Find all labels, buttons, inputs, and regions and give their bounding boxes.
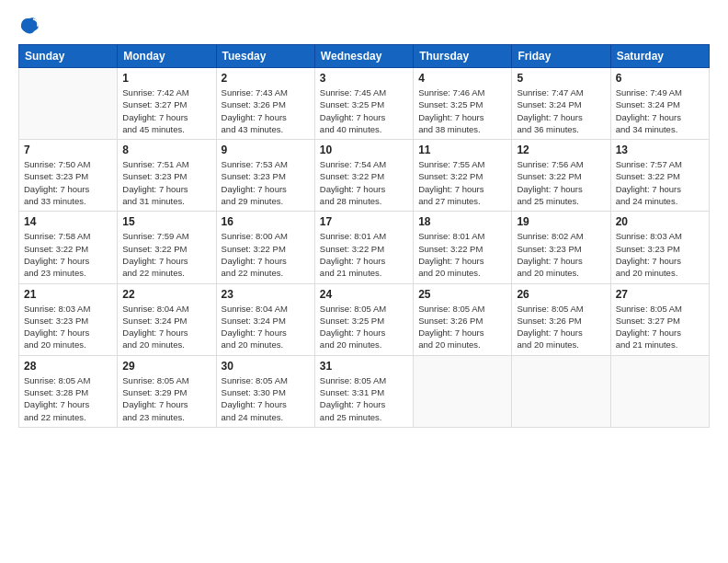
day-info: Sunrise: 8:03 AM Sunset: 3:23 PM Dayligh… — [616, 230, 704, 279]
header-monday: Monday — [118, 45, 216, 68]
day-number: 11 — [418, 144, 506, 156]
day-info: Sunrise: 8:01 AM Sunset: 3:22 PM Dayligh… — [418, 230, 506, 279]
week-row-4: 28Sunrise: 8:05 AM Sunset: 3:28 PM Dayli… — [19, 355, 710, 427]
day-info: Sunrise: 8:03 AM Sunset: 3:23 PM Dayligh… — [24, 303, 112, 351]
day-number: 3 — [320, 72, 408, 85]
week-row-2: 14Sunrise: 7:58 AM Sunset: 3:22 PM Dayli… — [19, 212, 710, 283]
header-tuesday: Tuesday — [216, 45, 314, 68]
day-number: 26 — [517, 288, 605, 301]
day-info: Sunrise: 8:02 AM Sunset: 3:23 PM Dayligh… — [517, 230, 605, 279]
calendar-cell: 13Sunrise: 7:57 AM Sunset: 3:22 PM Dayli… — [610, 140, 709, 212]
calendar-cell: 26Sunrise: 8:05 AM Sunset: 3:26 PM Dayli… — [512, 283, 610, 355]
calendar-cell: 7Sunrise: 7:50 AM Sunset: 3:23 PM Daylig… — [19, 140, 118, 212]
day-info: Sunrise: 7:47 AM Sunset: 3:24 PM Dayligh… — [517, 86, 605, 135]
day-info: Sunrise: 8:05 AM Sunset: 3:29 PM Dayligh… — [122, 374, 210, 423]
day-info: Sunrise: 7:50 AM Sunset: 3:23 PM Dayligh… — [24, 158, 112, 207]
day-number: 8 — [122, 144, 210, 156]
header-thursday: Thursday — [414, 45, 512, 68]
day-number: 5 — [517, 72, 605, 85]
calendar-cell: 1Sunrise: 7:42 AM Sunset: 3:27 PM Daylig… — [118, 68, 216, 140]
calendar-cell: 15Sunrise: 7:59 AM Sunset: 3:22 PM Dayli… — [118, 212, 216, 283]
calendar-body: 1Sunrise: 7:42 AM Sunset: 3:27 PM Daylig… — [19, 68, 710, 428]
day-number: 21 — [24, 288, 112, 301]
day-info: Sunrise: 7:43 AM Sunset: 3:26 PM Dayligh… — [222, 86, 310, 135]
day-number: 12 — [517, 144, 605, 156]
logo-icon — [18, 15, 40, 37]
header — [18, 15, 710, 37]
calendar-cell: 8Sunrise: 7:51 AM Sunset: 3:23 PM Daylig… — [118, 140, 216, 212]
page: SundayMondayTuesdayWednesdayThursdayFrid… — [0, 0, 728, 563]
day-number: 15 — [122, 215, 210, 228]
calendar-cell: 6Sunrise: 7:49 AM Sunset: 3:24 PM Daylig… — [610, 68, 709, 140]
day-info: Sunrise: 7:54 AM Sunset: 3:22 PM Dayligh… — [320, 158, 408, 207]
calendar-cell: 23Sunrise: 8:04 AM Sunset: 3:24 PM Dayli… — [216, 283, 314, 355]
header-sunday: Sunday — [19, 45, 118, 68]
calendar-cell — [610, 355, 709, 427]
day-info: Sunrise: 7:58 AM Sunset: 3:22 PM Dayligh… — [24, 230, 112, 279]
day-info: Sunrise: 8:05 AM Sunset: 3:30 PM Dayligh… — [222, 374, 310, 423]
day-info: Sunrise: 8:04 AM Sunset: 3:24 PM Dayligh… — [122, 303, 210, 351]
day-number: 31 — [320, 360, 408, 373]
day-info: Sunrise: 8:05 AM Sunset: 3:31 PM Dayligh… — [320, 374, 408, 423]
calendar-cell: 11Sunrise: 7:55 AM Sunset: 3:22 PM Dayli… — [414, 140, 512, 212]
header-friday: Friday — [512, 45, 610, 68]
day-info: Sunrise: 7:46 AM Sunset: 3:25 PM Dayligh… — [418, 86, 506, 135]
calendar-cell: 12Sunrise: 7:56 AM Sunset: 3:22 PM Dayli… — [512, 140, 610, 212]
day-number: 28 — [24, 360, 112, 373]
calendar-cell — [19, 68, 118, 140]
day-info: Sunrise: 7:49 AM Sunset: 3:24 PM Dayligh… — [616, 86, 704, 135]
day-number: 1 — [122, 72, 210, 85]
day-number: 22 — [122, 288, 210, 301]
calendar-cell: 3Sunrise: 7:45 AM Sunset: 3:25 PM Daylig… — [314, 68, 413, 140]
calendar-cell: 25Sunrise: 8:05 AM Sunset: 3:26 PM Dayli… — [414, 283, 512, 355]
day-number: 30 — [222, 360, 310, 373]
header-saturday: Saturday — [610, 45, 709, 68]
calendar-table: SundayMondayTuesdayWednesdayThursdayFrid… — [18, 44, 710, 428]
calendar-cell: 9Sunrise: 7:53 AM Sunset: 3:23 PM Daylig… — [216, 140, 314, 212]
calendar-cell: 19Sunrise: 8:02 AM Sunset: 3:23 PM Dayli… — [512, 212, 610, 283]
calendar-cell: 24Sunrise: 8:05 AM Sunset: 3:25 PM Dayli… — [314, 283, 413, 355]
day-number: 2 — [222, 72, 310, 85]
day-number: 18 — [418, 215, 506, 228]
day-info: Sunrise: 7:56 AM Sunset: 3:22 PM Dayligh… — [517, 158, 605, 207]
header-wednesday: Wednesday — [314, 45, 413, 68]
day-info: Sunrise: 8:01 AM Sunset: 3:22 PM Dayligh… — [320, 230, 408, 279]
day-number: 10 — [320, 144, 408, 156]
calendar-cell: 29Sunrise: 8:05 AM Sunset: 3:29 PM Dayli… — [118, 355, 216, 427]
day-info: Sunrise: 8:05 AM Sunset: 3:26 PM Dayligh… — [418, 303, 506, 351]
day-number: 27 — [616, 288, 704, 301]
calendar-cell: 22Sunrise: 8:04 AM Sunset: 3:24 PM Dayli… — [118, 283, 216, 355]
day-info: Sunrise: 8:05 AM Sunset: 3:27 PM Dayligh… — [616, 303, 704, 351]
calendar-cell: 28Sunrise: 8:05 AM Sunset: 3:28 PM Dayli… — [19, 355, 118, 427]
calendar-cell — [512, 355, 610, 427]
day-info: Sunrise: 8:05 AM Sunset: 3:26 PM Dayligh… — [517, 303, 605, 351]
day-number: 13 — [616, 144, 704, 156]
day-number: 14 — [24, 215, 112, 228]
day-info: Sunrise: 7:45 AM Sunset: 3:25 PM Dayligh… — [320, 86, 408, 135]
day-number: 4 — [418, 72, 506, 85]
day-number: 17 — [320, 215, 408, 228]
day-number: 25 — [418, 288, 506, 301]
calendar-cell: 30Sunrise: 8:05 AM Sunset: 3:30 PM Dayli… — [216, 355, 314, 427]
day-number: 7 — [24, 144, 112, 156]
day-number: 20 — [616, 215, 704, 228]
day-info: Sunrise: 7:53 AM Sunset: 3:23 PM Dayligh… — [222, 158, 310, 207]
calendar-cell: 18Sunrise: 8:01 AM Sunset: 3:22 PM Dayli… — [414, 212, 512, 283]
day-number: 23 — [222, 288, 310, 301]
week-row-3: 21Sunrise: 8:03 AM Sunset: 3:23 PM Dayli… — [19, 283, 710, 355]
week-row-0: 1Sunrise: 7:42 AM Sunset: 3:27 PM Daylig… — [19, 68, 710, 140]
calendar-cell: 10Sunrise: 7:54 AM Sunset: 3:22 PM Dayli… — [314, 140, 413, 212]
calendar-cell: 14Sunrise: 7:58 AM Sunset: 3:22 PM Dayli… — [19, 212, 118, 283]
day-info: Sunrise: 7:57 AM Sunset: 3:22 PM Dayligh… — [616, 158, 704, 207]
calendar-cell: 17Sunrise: 8:01 AM Sunset: 3:22 PM Dayli… — [314, 212, 413, 283]
calendar-cell: 20Sunrise: 8:03 AM Sunset: 3:23 PM Dayli… — [610, 212, 709, 283]
day-info: Sunrise: 7:59 AM Sunset: 3:22 PM Dayligh… — [122, 230, 210, 279]
day-info: Sunrise: 8:00 AM Sunset: 3:22 PM Dayligh… — [222, 230, 310, 279]
calendar-cell — [414, 355, 512, 427]
day-info: Sunrise: 8:05 AM Sunset: 3:25 PM Dayligh… — [320, 303, 408, 351]
day-info: Sunrise: 8:05 AM Sunset: 3:28 PM Dayligh… — [24, 374, 112, 423]
day-number: 9 — [222, 144, 310, 156]
day-number: 19 — [517, 215, 605, 228]
day-info: Sunrise: 8:04 AM Sunset: 3:24 PM Dayligh… — [222, 303, 310, 351]
logo — [18, 15, 44, 37]
